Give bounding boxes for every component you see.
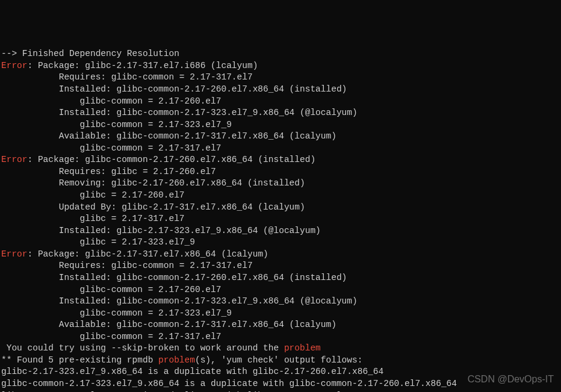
terminal-text-segment: glibc-common = 2.17-317.el7 bbox=[1, 143, 221, 153]
terminal-text-segment: Installed: glibc-common-2.17-260.el7.x86… bbox=[1, 273, 347, 282]
terminal-text-segment: Installed: glibc-common-2.17-323.el7_9.x… bbox=[1, 108, 358, 117]
terminal-text-segment: Error bbox=[1, 61, 28, 70]
terminal-line: Error: Package: glibc-common-2.17-260.el… bbox=[1, 154, 560, 166]
terminal-line: You could try using --skip-broken to wor… bbox=[1, 343, 560, 355]
terminal-text-segment: (s), 'yum check' output follows: bbox=[195, 355, 362, 365]
terminal-line: Installed: glibc-common-2.17-323.el7_9.x… bbox=[1, 107, 560, 119]
terminal-text-segment: glibc-common = 2.17-323.el7_9 bbox=[1, 308, 232, 318]
terminal-line: glibc-common = 2.17-260.el7 bbox=[1, 284, 560, 296]
terminal-text-segment: Requires: glibc-common = 2.17-317.el7 bbox=[1, 72, 253, 82]
terminal-text-segment: glibc-2.17-323.el7_9.x86_64 is a duplica… bbox=[1, 367, 383, 376]
terminal-line: glibc-common = 2.17-323.el7_9 bbox=[1, 119, 560, 131]
terminal-line: glibc-common = 2.17-317.el7 bbox=[1, 331, 560, 343]
terminal-text-segment: --> Finished Dependency Resolution bbox=[1, 49, 179, 58]
terminal-text-segment: Error bbox=[1, 155, 28, 164]
terminal-text-segment: Requires: glibc-common = 2.17-317.el7 bbox=[1, 261, 253, 270]
terminal-output: --> Finished Dependency ResolutionError:… bbox=[1, 48, 560, 392]
watermark-text: CSDN @DevOps-IT bbox=[468, 373, 554, 386]
terminal-text-segment: glibc-common-2.17-323.el7_9.x86_64 is a … bbox=[1, 379, 457, 388]
terminal-text-segment: : Package: glibc-2.17-317.el7.x86_64 (lc… bbox=[28, 249, 268, 259]
terminal-text-segment: Removing: glibc-2.17-260.el7.x86_64 (ins… bbox=[1, 178, 305, 188]
terminal-line: glibc = 2.17-260.el7 bbox=[1, 190, 560, 202]
terminal-line: ** Found 5 pre-existing rpmdb problem(s)… bbox=[1, 355, 560, 367]
terminal-line: glibc = 2.17-317.el7 bbox=[1, 213, 560, 225]
terminal-text-segment: Installed: glibc-2.17-323.el7_9.x86_64 (… bbox=[1, 226, 321, 235]
terminal-text-segment: problem bbox=[284, 343, 321, 353]
terminal-line: libgcc-4.8.5-44.el7.x86_64 is a duplicat… bbox=[1, 390, 560, 392]
terminal-line: glibc = 2.17-323.el7_9 bbox=[1, 237, 560, 249]
terminal-text-segment: glibc-common = 2.17-317.el7 bbox=[1, 332, 221, 341]
terminal-line: Installed: glibc-common-2.17-260.el7.x86… bbox=[1, 84, 560, 96]
terminal-line: glibc-common = 2.17-323.el7_9 bbox=[1, 308, 560, 320]
terminal-line: --> Finished Dependency Resolution bbox=[1, 48, 560, 60]
terminal-line: Error: Package: glibc-2.17-317.el7.i686 … bbox=[1, 60, 560, 72]
terminal-text-segment: Updated By: glibc-2.17-317.el7.x86_64 (l… bbox=[1, 202, 305, 212]
terminal-line: glibc-common = 2.17-317.el7 bbox=[1, 143, 560, 155]
terminal-line: Removing: glibc-2.17-260.el7.x86_64 (ins… bbox=[1, 178, 560, 190]
terminal-text-segment: glibc = 2.17-323.el7_9 bbox=[1, 237, 195, 247]
terminal-text-segment: glibc = 2.17-260.el7 bbox=[1, 190, 185, 200]
terminal-text-segment: glibc-common = 2.17-260.el7 bbox=[1, 96, 221, 106]
terminal-text-segment: glibc-common = 2.17-323.el7_9 bbox=[1, 120, 232, 129]
terminal-line: Requires: glibc-common = 2.17-317.el7 bbox=[1, 260, 560, 272]
terminal-text-segment: problem bbox=[158, 355, 195, 365]
terminal-text-segment: : Package: glibc-common-2.17-260.el7.x86… bbox=[28, 155, 316, 164]
terminal-line: Requires: glibc-common = 2.17-317.el7 bbox=[1, 72, 560, 84]
terminal-text-segment: Error bbox=[1, 249, 28, 259]
terminal-text-segment: Available: glibc-common-2.17-317.el7.x86… bbox=[1, 131, 336, 141]
terminal-text-segment: Requires: glibc = 2.17-260.el7 bbox=[1, 167, 216, 176]
terminal-text-segment: Installed: glibc-common-2.17-260.el7.x86… bbox=[1, 84, 347, 94]
terminal-line: Available: glibc-common-2.17-317.el7.x86… bbox=[1, 131, 560, 143]
terminal-line: Installed: glibc-common-2.17-323.el7_9.x… bbox=[1, 296, 560, 308]
terminal-text-segment: ** Found 5 pre-existing rpmdb bbox=[1, 355, 158, 365]
terminal-line: glibc-common = 2.17-260.el7 bbox=[1, 96, 560, 108]
terminal-text-segment: You could try using --skip-broken to wor… bbox=[1, 343, 284, 353]
terminal-text-segment: Installed: glibc-common-2.17-323.el7_9.x… bbox=[1, 296, 358, 306]
terminal-line: Updated By: glibc-2.17-317.el7.x86_64 (l… bbox=[1, 202, 560, 214]
terminal-line: Installed: glibc-common-2.17-260.el7.x86… bbox=[1, 272, 560, 284]
terminal-line: Error: Package: glibc-2.17-317.el7.x86_6… bbox=[1, 249, 560, 261]
terminal-text-segment: : Package: glibc-2.17-317.el7.i686 (lcal… bbox=[28, 61, 258, 70]
terminal-line: Installed: glibc-2.17-323.el7_9.x86_64 (… bbox=[1, 225, 560, 237]
terminal-text-segment: glibc = 2.17-317.el7 bbox=[1, 214, 185, 223]
terminal-line: Requires: glibc = 2.17-260.el7 bbox=[1, 166, 560, 178]
terminal-text-segment: Available: glibc-common-2.17-317.el7.x86… bbox=[1, 320, 336, 329]
terminal-line: Available: glibc-common-2.17-317.el7.x86… bbox=[1, 319, 560, 331]
terminal-text-segment: glibc-common = 2.17-260.el7 bbox=[1, 285, 221, 294]
